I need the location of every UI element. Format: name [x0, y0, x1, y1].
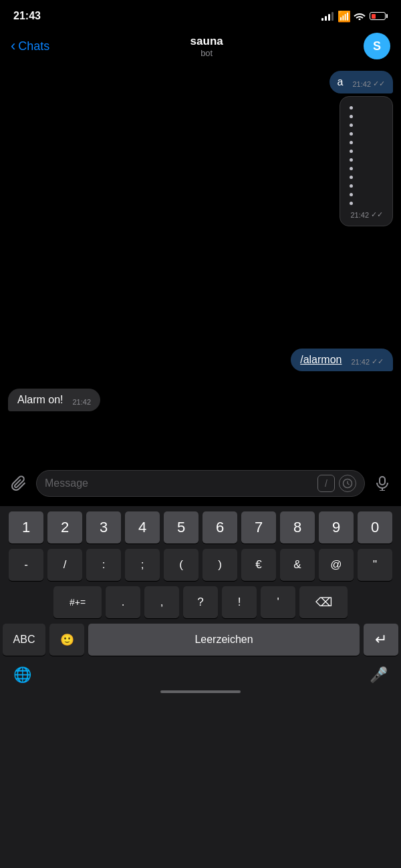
- mic-button[interactable]: [372, 473, 393, 494]
- key-space[interactable]: Leerzeichen: [88, 624, 360, 656]
- attach-button[interactable]: [8, 473, 29, 494]
- key-rparen[interactable]: ): [203, 549, 237, 581]
- key-euro[interactable]: €: [241, 549, 276, 581]
- back-arrow-icon: ‹: [11, 39, 15, 53]
- delete-key[interactable]: ⌫: [299, 586, 348, 618]
- home-indicator-area: [0, 690, 401, 698]
- wifi-icon: 📶: [338, 10, 366, 23]
- chat-area: a 21:42 ✓✓ 21:42 ✓✓ /alarmon 21:42: [0, 64, 401, 465]
- keyboard-bottom-icons: 🌐 🎤: [0, 664, 401, 690]
- status-time: 21:43: [13, 10, 41, 22]
- status-icons: 📶: [321, 10, 388, 23]
- chat-title: sauna: [190, 35, 223, 48]
- message-text: a: [338, 76, 344, 88]
- nav-title-area: sauna bot: [190, 35, 223, 58]
- key-comma[interactable]: ,: [144, 586, 179, 618]
- avatar[interactable]: S: [364, 33, 390, 59]
- keyboard-row-3: #+= . , ? ! ' ⌫: [3, 586, 398, 618]
- key-6[interactable]: 6: [203, 511, 237, 544]
- keyboard-row-1: 1 2 3 4 5 6 7 8 9 0: [3, 511, 398, 544]
- nav-bar: ‹ Chats sauna bot S: [0, 29, 401, 64]
- back-label: Chats: [18, 39, 49, 53]
- message-text: /alarmon: [300, 354, 342, 366]
- key-exclaim[interactable]: !: [222, 586, 257, 618]
- key-slash[interactable]: /: [47, 549, 82, 581]
- key-at[interactable]: @: [319, 549, 354, 581]
- status-bar: 21:43 📶: [0, 0, 401, 29]
- keyboard-row-4: ABC 🙂 Leerzeichen ↵: [3, 624, 398, 656]
- key-5[interactable]: 5: [164, 511, 198, 544]
- key-1[interactable]: 1: [9, 511, 43, 544]
- key-semicolon[interactable]: ;: [125, 549, 160, 581]
- key-numpad-toggle[interactable]: #+=: [53, 586, 102, 618]
- message-sent-a: a 21:42 ✓✓: [329, 71, 393, 93]
- key-lparen[interactable]: (: [164, 549, 198, 581]
- clock-button[interactable]: [339, 475, 356, 492]
- key-period[interactable]: .: [106, 586, 140, 618]
- keyboard: 1 2 3 4 5 6 7 8 9 0 - / : ; ( ) € & @ " …: [0, 506, 401, 868]
- battery-icon: [370, 12, 388, 20]
- key-question[interactable]: ?: [183, 586, 218, 618]
- key-return[interactable]: ↵: [364, 624, 398, 656]
- signal-icon: [321, 11, 333, 21]
- input-bar: /: [0, 465, 401, 502]
- key-9[interactable]: 9: [319, 511, 354, 544]
- message-input-wrap[interactable]: /: [36, 470, 365, 497]
- key-8[interactable]: 8: [280, 511, 315, 544]
- globe-icon[interactable]: 🌐: [13, 666, 31, 684]
- slash-button[interactable]: /: [317, 475, 335, 492]
- chat-subtitle: bot: [200, 48, 213, 58]
- message-dots: 21:42 ✓✓: [340, 96, 393, 226]
- key-7[interactable]: 7: [241, 511, 276, 544]
- key-0[interactable]: 0: [358, 511, 392, 544]
- key-minus[interactable]: -: [9, 549, 43, 581]
- key-ampersand[interactable]: &: [280, 549, 315, 581]
- svg-rect-1: [380, 477, 385, 485]
- message-alarm-on-received: Alarm on! 21:42: [8, 389, 100, 411]
- input-icons: /: [317, 475, 356, 492]
- key-emoji[interactable]: 🙂: [49, 624, 84, 656]
- key-2[interactable]: 2: [47, 511, 82, 544]
- key-3[interactable]: 3: [86, 511, 121, 544]
- key-abc[interactable]: ABC: [3, 624, 45, 656]
- keyboard-row-2: - / : ; ( ) € & @ ": [3, 549, 398, 581]
- message-text: Alarm on!: [17, 394, 63, 406]
- home-indicator: [160, 690, 241, 693]
- key-apostrophe[interactable]: ': [261, 586, 295, 618]
- mic-icon[interactable]: 🎤: [370, 666, 388, 684]
- message-alarmon: /alarmon 21:42 ✓✓: [8, 349, 393, 371]
- key-colon[interactable]: :: [86, 549, 121, 581]
- back-button[interactable]: ‹ Chats: [11, 39, 49, 53]
- key-4[interactable]: 4: [125, 511, 160, 544]
- message-input[interactable]: [45, 477, 317, 489]
- key-quote[interactable]: ": [358, 549, 392, 581]
